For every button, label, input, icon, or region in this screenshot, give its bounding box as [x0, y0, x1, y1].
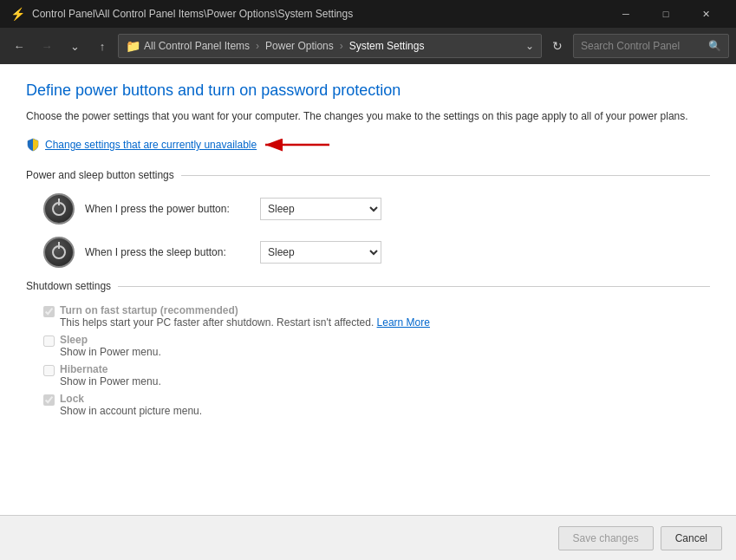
titlebar-controls: ─ □ ✕: [606, 0, 726, 28]
sleep-button-dropdown[interactable]: Sleep Do nothing Hibernate Shut down Tur…: [260, 241, 381, 264]
fast-startup-checkbox[interactable]: [43, 306, 55, 317]
search-input[interactable]: [581, 40, 703, 52]
cancel-button[interactable]: Cancel: [661, 526, 722, 550]
shutdown-section-label: Shutdown settings: [26, 280, 111, 292]
lock-checkbox[interactable]: [43, 394, 55, 406]
power-sleep-section-label: Power and sleep button settings: [26, 169, 174, 181]
sleep-sublabel: Show in Power menu.: [60, 346, 161, 358]
breadcrumb-sep-2: ›: [340, 40, 343, 52]
folder-icon: 📁: [126, 39, 140, 53]
refresh-button[interactable]: ↻: [545, 34, 570, 58]
sleep-label-col: Sleep Show in Power menu.: [60, 334, 161, 358]
shield-icon: [26, 138, 40, 152]
hibernate-label-col: Hibernate Show in Power menu.: [60, 363, 161, 387]
sleep-button-inner-icon: [52, 245, 66, 259]
dropdown-button[interactable]: ⌄: [62, 34, 87, 58]
fast-startup-row: Turn on fast startup (recommended) This …: [43, 304, 710, 329]
minimize-button[interactable]: ─: [606, 0, 646, 28]
sleep-checkbox[interactable]: [43, 335, 55, 347]
up-button[interactable]: ↑: [90, 34, 114, 58]
sleep-button-icon: [43, 237, 75, 268]
lock-sublabel: Show in account picture menu.: [60, 405, 202, 417]
shutdown-section: Shutdown settings Turn on fast startup (…: [26, 280, 710, 417]
address-dropdown-icon[interactable]: ⌄: [525, 40, 534, 52]
power-button-label: When I press the power button:: [85, 203, 250, 215]
change-settings-row: Change settings that are currently unava…: [26, 136, 710, 153]
page-description: Choose the power settings that you want …: [26, 108, 710, 124]
address-bar[interactable]: 📁 All Control Panel Items › Power Option…: [118, 34, 542, 58]
power-sleep-section-header: Power and sleep button settings: [26, 169, 710, 181]
breadcrumb-sep-1: ›: [256, 40, 259, 52]
search-icon: 🔍: [708, 40, 721, 52]
section-divider: [181, 175, 710, 176]
sleep-button-label: When I press the sleep button:: [85, 246, 250, 258]
sleep-label: Sleep: [60, 334, 161, 346]
addressbar: ← → ⌄ ↑ 📁 All Control Panel Items › Powe…: [0, 28, 736, 64]
shutdown-section-header: Shutdown settings: [26, 280, 710, 292]
hibernate-sublabel: Show in Power menu.: [60, 375, 161, 387]
red-arrow-icon: [262, 136, 331, 153]
save-button[interactable]: Save changes: [558, 526, 654, 550]
search-box[interactable]: 🔍: [573, 34, 729, 58]
change-settings-link[interactable]: Change settings that are currently unava…: [45, 139, 257, 151]
lock-label-col: Lock Show in account picture menu.: [60, 393, 202, 417]
learn-more-link[interactable]: Learn More: [377, 316, 430, 329]
fast-startup-label-col: Turn on fast startup (recommended) This …: [60, 304, 430, 329]
page-title: Define power buttons and turn on passwor…: [26, 81, 710, 100]
power-button-icon: [43, 193, 75, 225]
hibernate-checkbox[interactable]: [43, 365, 55, 376]
close-button[interactable]: ✕: [686, 0, 726, 28]
power-button-dropdown[interactable]: Sleep Do nothing Hibernate Shut down Tur…: [260, 198, 381, 220]
titlebar: ⚡ Control Panel\All Control Panel Items\…: [0, 0, 736, 28]
fast-startup-label: Turn on fast startup (recommended): [60, 304, 430, 316]
main-content: Define power buttons and turn on passwor…: [0, 64, 736, 515]
breadcrumb-part-2[interactable]: Power Options: [265, 40, 334, 52]
breadcrumb-part-3: System Settings: [349, 40, 425, 52]
breadcrumb-part-1: All Control Panel Items: [144, 40, 250, 52]
power-button-inner-icon: [52, 202, 66, 216]
bottom-bar: Save changes Cancel: [0, 515, 736, 560]
back-button[interactable]: ←: [7, 34, 31, 58]
titlebar-icon: ⚡: [10, 7, 25, 21]
lock-label: Lock: [60, 393, 202, 405]
forward-button[interactable]: →: [35, 34, 59, 58]
fast-startup-sublabel: This helps start your PC faster after sh…: [60, 316, 430, 329]
sleep-button-row: When I press the sleep button: Sleep Do …: [43, 237, 710, 268]
hibernate-checkbox-row: Hibernate Show in Power menu.: [43, 363, 710, 387]
maximize-button[interactable]: □: [646, 0, 686, 28]
power-button-row: When I press the power button: Sleep Do …: [43, 193, 710, 225]
lock-checkbox-row: Lock Show in account picture menu.: [43, 393, 710, 417]
hibernate-label: Hibernate: [60, 363, 161, 375]
sleep-checkbox-row: Sleep Show in Power menu.: [43, 334, 710, 358]
titlebar-title: Control Panel\All Control Panel Items\Po…: [32, 8, 606, 20]
shutdown-section-divider: [118, 286, 710, 287]
